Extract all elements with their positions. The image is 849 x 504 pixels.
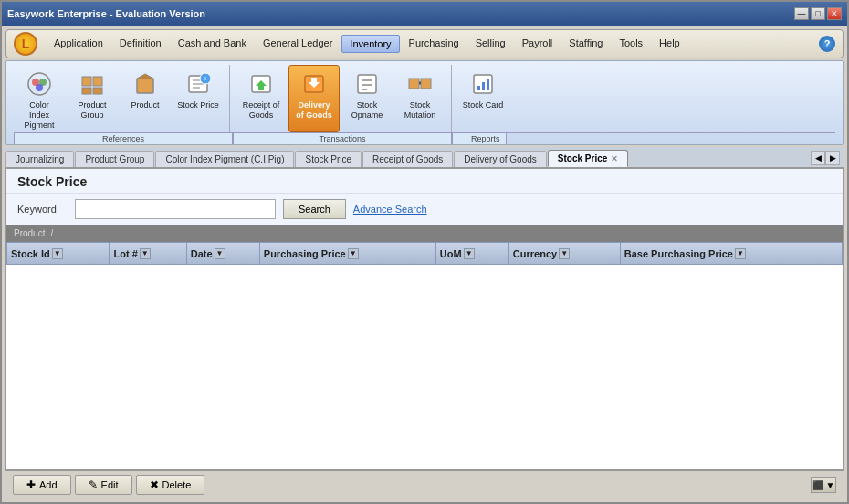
delivery-of-goods-label: Delivery of Goods [293, 100, 335, 121]
tab-nav-right[interactable]: ▶ [825, 151, 840, 165]
col-header-stock-id: Stock Id ▼ [7, 243, 110, 265]
svg-rect-25 [421, 79, 431, 89]
stock-opname-icon [352, 69, 382, 99]
ribbon-group-references: Color Index PigmentProduct GroupProduct+… [14, 65, 230, 132]
doc-tab-stock-price[interactable]: Stock Price✕ [548, 150, 628, 167]
svg-rect-29 [487, 79, 489, 90]
doc-tab-stock-price[interactable]: Stock Price [295, 151, 362, 167]
doc-tab-delivery-of-goods[interactable]: Delivery of Goods [454, 151, 546, 167]
menu-item-tools[interactable]: Tools [612, 35, 650, 53]
color-index-pigment-icon [25, 69, 54, 99]
ribbon-btn-receipt-of-goods[interactable]: Receipt of Goods [236, 65, 287, 132]
window-frame: Easywork Enterprise - Evaluation Version… [0, 0, 849, 504]
stock-mutation-label: Stock Mutation [399, 100, 441, 121]
window-action-area: ⬛ ▼ [811, 477, 836, 493]
doc-tabs-bar: JournalizingProduct GroupColor Index Pig… [5, 147, 844, 168]
col-header-currency: Currency ▼ [508, 243, 620, 265]
svg-rect-5 [93, 77, 102, 86]
ribbon-btn-stock-opname[interactable]: Stock Opname [341, 65, 393, 132]
color-index-pigment-label: Color Index Pigment [18, 100, 60, 130]
ribbon-btn-delivery-of-goods[interactable]: Delivery of Goods [288, 65, 340, 132]
ribbon-btn-color-index-pigment[interactable]: Color Index Pigment [14, 65, 65, 132]
keyword-input[interactable] [75, 199, 276, 219]
delete-button[interactable]: ✖ Delete [136, 475, 205, 495]
col-filter-dropdown-1[interactable]: ▼ [140, 248, 151, 259]
svg-rect-20 [358, 75, 376, 93]
doc-tab-product-group[interactable]: Product Group [75, 151, 154, 167]
col-filter-dropdown-0[interactable]: ▼ [52, 248, 63, 259]
tab-nav-left[interactable]: ◀ [811, 151, 825, 165]
ribbon-btn-stock-price[interactable]: +Stock Price [173, 65, 224, 132]
menu-item-definition[interactable]: Definition [112, 35, 169, 53]
svg-point-3 [36, 84, 43, 91]
svg-rect-7 [93, 88, 102, 94]
ribbon-btn-stock-mutation[interactable]: Stock Mutation [394, 65, 445, 132]
ribbon-group-label-1: Transactions [233, 132, 452, 144]
col-filter-dropdown-5[interactable]: ▼ [559, 248, 570, 259]
ribbon-btn-stock-card[interactable]: Stock Card [457, 65, 508, 132]
stock-price-icon: + [183, 69, 213, 99]
product-label: Product [131, 100, 159, 110]
col-filter-3: Purchasing Price ▼ [264, 248, 359, 259]
menu-item-purchasing[interactable]: Purchasing [402, 35, 466, 53]
svg-rect-6 [82, 88, 91, 94]
delivery-of-goods-icon [299, 69, 329, 99]
col-filter-dropdown-6[interactable]: ▼ [735, 248, 746, 259]
receipt-of-goods-icon [246, 69, 276, 99]
menu-item-selling[interactable]: Selling [468, 35, 513, 53]
menu-item-general-ledger[interactable]: General Ledger [256, 35, 340, 53]
svg-rect-28 [482, 82, 485, 90]
grid-product-label: Product [14, 228, 45, 238]
minimize-button[interactable]: — [794, 7, 809, 20]
delete-icon: ✖ [150, 478, 159, 491]
add-label: Add [39, 479, 58, 490]
window-title: Easywork Enterprise - Evaluation Version [7, 8, 205, 19]
ribbon-btn-product[interactable]: Product [120, 65, 171, 132]
col-filter-dropdown-4[interactable]: ▼ [464, 248, 475, 259]
menu-item-help[interactable]: Help [652, 35, 687, 53]
product-group-label: Product Group [71, 100, 113, 121]
search-button[interactable]: Search [283, 199, 346, 219]
add-button[interactable]: ✚ Add [13, 475, 71, 495]
ribbon-separator [507, 132, 835, 144]
doc-tab-color-index-pigment-cipig[interactable]: Color Index Pigment (C.I.Pig) [155, 151, 294, 167]
window-small-btn[interactable]: ⬛ ▼ [811, 477, 836, 493]
edit-icon: ✎ [89, 478, 98, 491]
col-header-lot-#: Lot # ▼ [110, 243, 186, 265]
menu-item-application[interactable]: Application [47, 35, 110, 53]
stock-mutation-icon [405, 69, 435, 99]
ribbon-group-reports: Stock Card [457, 65, 514, 132]
col-filter-dropdown-3[interactable]: ▼ [348, 248, 359, 259]
ribbon-btn-product-group[interactable]: Product Group [67, 65, 118, 132]
maximize-button[interactable]: □ [811, 7, 825, 20]
col-header-purchasing-price: Purchasing Price ▼ [259, 243, 435, 265]
svg-rect-24 [409, 79, 419, 89]
app-header: L ApplicationDefinitionCash and BankGene… [5, 29, 844, 58]
ribbon-buttons: Color Index PigmentProduct GroupProduct+… [6, 61, 843, 132]
col-filter-4: UoM ▼ [440, 248, 475, 259]
menu-item-staffing[interactable]: Staffing [561, 35, 610, 53]
close-button[interactable]: ✕ [827, 7, 842, 20]
keyword-label: Keyword [17, 204, 68, 215]
col-filter-0: Stock Id ▼ [11, 248, 63, 259]
ribbon-tabs-row: ReferencesTransactionsReports [6, 132, 843, 144]
ribbon: Color Index PigmentProduct GroupProduct+… [5, 60, 844, 145]
receipt-of-goods-label: Receipt of Goods [240, 100, 282, 121]
menu-item-payroll[interactable]: Payroll [515, 35, 561, 53]
menu-item-inventory[interactable]: Inventory [341, 35, 399, 53]
col-filter-dropdown-2[interactable]: ▼ [215, 248, 225, 259]
tab-close-icon[interactable]: ✕ [611, 154, 618, 163]
stock-card-label: Stock Card [463, 100, 504, 110]
doc-tab-receipt-of-goods[interactable]: Receipt of Goods [362, 151, 453, 167]
col-filter-2: Date ▼ [191, 248, 225, 259]
product-icon [131, 69, 160, 99]
advance-search-link[interactable]: Advance Search [353, 204, 427, 215]
data-table: Stock Id ▼Lot # ▼Date ▼Purchasing Price … [6, 242, 843, 265]
svg-rect-4 [82, 77, 91, 86]
delete-label: Delete [162, 479, 192, 490]
search-bar: Keyword Search Advance Search [6, 194, 843, 225]
edit-button[interactable]: ✎ Edit [75, 475, 132, 495]
menu-item-cash-and-bank[interactable]: Cash and Bank [171, 35, 254, 53]
doc-tab-journalizing[interactable]: Journalizing [5, 151, 74, 167]
svg-text:+: + [204, 76, 207, 82]
